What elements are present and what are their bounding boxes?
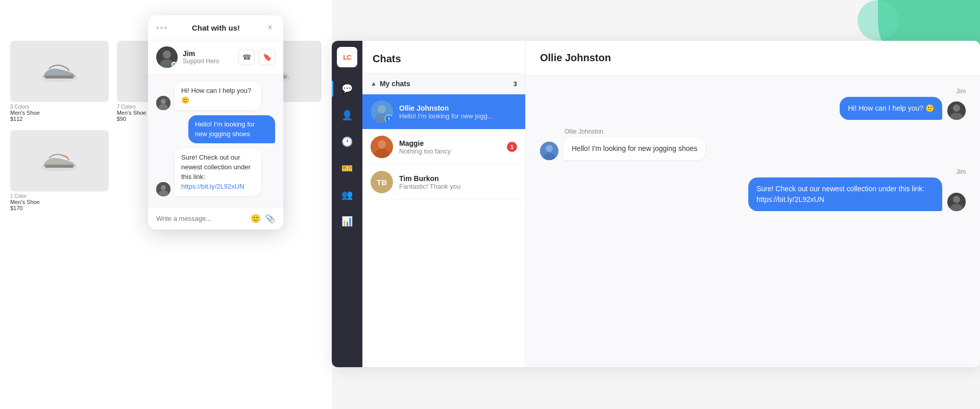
chat-avatar-maggie bbox=[371, 136, 393, 158]
chat-avatar-ollie: f bbox=[371, 100, 393, 123]
my-chats-label: ▲ My chats bbox=[371, 80, 410, 88]
agent-role: Support Hero bbox=[183, 58, 233, 65]
svg-point-31 bbox=[953, 196, 960, 203]
sidebar-item-chats[interactable]: 💬 bbox=[332, 75, 362, 102]
user-message-bubble-1: Hello! I'm looking for new jogging shoes bbox=[188, 115, 275, 144]
attach-icon[interactable]: 📎 bbox=[265, 214, 275, 223]
agent-message-bubble-2: Sure! Check out our newest collection un… bbox=[175, 148, 261, 196]
lc-sidebar: LC 💬 👤 🕐 🎫 👥 📊 bbox=[332, 41, 362, 367]
svg-point-22 bbox=[378, 140, 386, 148]
sidebar-item-team[interactable]: 👥 bbox=[332, 182, 362, 208]
my-chats-count: 3 bbox=[513, 80, 517, 88]
bg-shoe-4: 1 Color Men's Shoe $170 bbox=[10, 130, 109, 211]
visitors-icon: 👤 bbox=[341, 110, 353, 121]
svg-point-14 bbox=[159, 104, 168, 110]
main-bubble-ollie: Hello! I'm looking for new jogging shoes bbox=[564, 137, 705, 160]
agent-name: Jim bbox=[183, 49, 233, 58]
chat-info-maggie: Maggie Nothing too fancy bbox=[399, 139, 501, 155]
facebook-badge: f bbox=[385, 115, 393, 123]
agent-status-dot bbox=[172, 62, 177, 67]
svg-point-13 bbox=[161, 99, 166, 104]
chat-widget: Chat with us! × Jim Support Hero ☎ 🔖 bbox=[148, 15, 283, 229]
lc-logo: LC bbox=[337, 47, 357, 67]
main-chat-area: Ollie Johnston Jim Hi! How can I help yo… bbox=[526, 41, 980, 367]
chat-input[interactable] bbox=[156, 215, 247, 222]
chat-input-actions: 🙂 📎 bbox=[251, 214, 275, 223]
sidebar-item-visitors[interactable]: 👤 bbox=[332, 102, 362, 129]
agent-msg-avatar bbox=[156, 96, 170, 110]
svg-rect-1 bbox=[45, 75, 74, 79]
chat-item-tim[interactable]: TB Tim Burkon Fantastic! Thank you bbox=[362, 165, 525, 200]
agent-actions: ☎ 🔖 bbox=[238, 49, 275, 65]
msg-row-ollie: Hello! I'm looking for new jogging shoes bbox=[540, 137, 705, 160]
msg-sender-jim-2: Jim bbox=[956, 168, 966, 175]
chats-panel: Chats ▲ My chats 3 f Ollie bbox=[362, 41, 526, 367]
msg-group-jim-2: Jim Sure! Check out our newest collectio… bbox=[540, 168, 966, 211]
chat-info-ollie: Ollie Johnston Hello! I'm looking for ne… bbox=[399, 104, 517, 120]
chat-widget-agent: Jim Support Hero ☎ 🔖 bbox=[148, 40, 283, 74]
bg-shoe-1: 3 Colors Men's Shoe $112 bbox=[10, 41, 109, 122]
chat-widget-dots bbox=[156, 27, 167, 29]
main-avatar-jim-2 bbox=[947, 193, 966, 211]
decorative-blob-small bbox=[857, 0, 898, 41]
chat-preview-maggie: Nothing too fancy bbox=[399, 147, 501, 155]
msg-group-ollie: Ollie Johnston Hello! I'm looking for ne… bbox=[540, 128, 966, 160]
chats-panel-header: Chats bbox=[362, 41, 525, 73]
team-icon: 👥 bbox=[341, 189, 353, 200]
chat-info-tim: Tim Burkon Fantastic! Thank you bbox=[399, 174, 517, 190]
svg-point-28 bbox=[546, 145, 553, 152]
main-avatar-ollie bbox=[540, 142, 558, 160]
msg-row-jim-2: Sure! Check out our newest collection un… bbox=[748, 177, 966, 211]
chat-message-1: Hi! How can I help you? 🙂 bbox=[156, 82, 261, 110]
chat-link[interactable]: https://bit.ly/2L92xUN bbox=[181, 183, 244, 190]
agent-info-button[interactable]: 🔖 bbox=[259, 49, 275, 65]
chat-name-ollie: Ollie Johnston bbox=[399, 104, 517, 112]
history-icon: 🕐 bbox=[341, 136, 353, 147]
chat-item-ollie[interactable]: f Ollie Johnston Hello! I'm looking for … bbox=[362, 94, 525, 130]
emoji-icon[interactable]: 🙂 bbox=[251, 214, 261, 223]
svg-point-16 bbox=[161, 185, 166, 190]
chat-item-maggie[interactable]: Maggie Nothing too fancy 1 bbox=[362, 130, 525, 165]
svg-point-19 bbox=[378, 105, 386, 113]
main-bubble-jim-2: Sure! Check out our newest collection un… bbox=[748, 177, 942, 211]
main-chat-messages: Jim Hi! How can I help you? 🙂 Ollie John… bbox=[526, 75, 980, 367]
msg-sender-jim-1: Jim bbox=[956, 88, 966, 95]
chat-message-3: Sure! Check out our newest collection un… bbox=[156, 148, 261, 196]
my-chats-text: My chats bbox=[380, 80, 410, 88]
svg-point-25 bbox=[953, 105, 960, 112]
msg-group-jim-1: Jim Hi! How can I help you? 🙂 bbox=[540, 88, 966, 120]
main-avatar-jim bbox=[947, 101, 966, 120]
chat-avatar-tim: TB bbox=[371, 171, 393, 193]
chat-preview-tim: Fantastic! Thank you bbox=[399, 183, 517, 190]
unread-badge-maggie: 1 bbox=[507, 142, 517, 152]
my-chats-section[interactable]: ▲ My chats 3 bbox=[362, 73, 525, 94]
close-button[interactable]: × bbox=[265, 22, 275, 33]
tickets-icon: 🎫 bbox=[341, 163, 353, 174]
svg-point-17 bbox=[159, 190, 168, 196]
sidebar-item-tickets[interactable]: 🎫 bbox=[332, 155, 362, 182]
agent-msg-avatar-2 bbox=[156, 182, 170, 196]
msg-sender-ollie: Ollie Johnston bbox=[565, 128, 603, 135]
agent-message-bubble-1: Hi! How can I help you? 🙂 bbox=[175, 82, 261, 110]
chevron-up-icon: ▲ bbox=[371, 80, 377, 87]
chat-list: f Ollie Johnston Hello! I'm looking for … bbox=[362, 94, 525, 367]
sidebar-item-history[interactable]: 🕐 bbox=[332, 129, 362, 155]
reports-icon: 📊 bbox=[341, 216, 353, 227]
lc-logo-text: LC bbox=[343, 54, 351, 61]
svg-point-10 bbox=[163, 50, 171, 59]
chat-preview-ollie: Hello! I'm looking for new jogg... bbox=[399, 112, 517, 120]
chat-widget-title: Chat with us! bbox=[192, 23, 240, 32]
chat-widget-header: Chat with us! × bbox=[148, 15, 283, 40]
chats-icon: 💬 bbox=[341, 83, 353, 94]
main-chat-header: Ollie Johnston bbox=[526, 41, 980, 75]
agent-call-button[interactable]: ☎ bbox=[238, 49, 255, 65]
svg-rect-8 bbox=[45, 165, 74, 168]
chat-widget-input-area: 🙂 📎 bbox=[148, 207, 283, 229]
chat-widget-messages: Hi! How can I help you? 🙂 Hello! I'm loo… bbox=[148, 74, 283, 207]
sidebar-item-reports[interactable]: 📊 bbox=[332, 208, 362, 235]
chat-name-maggie: Maggie bbox=[399, 139, 501, 147]
livechat-dashboard: LC 💬 👤 🕐 🎫 👥 📊 Chats ▲ My chats bbox=[332, 41, 980, 367]
chat-name-tim: Tim Burkon bbox=[399, 174, 517, 183]
agent-avatar bbox=[156, 46, 178, 68]
main-bubble-jim-1: Hi! How can I help you? 🙂 bbox=[840, 97, 942, 120]
